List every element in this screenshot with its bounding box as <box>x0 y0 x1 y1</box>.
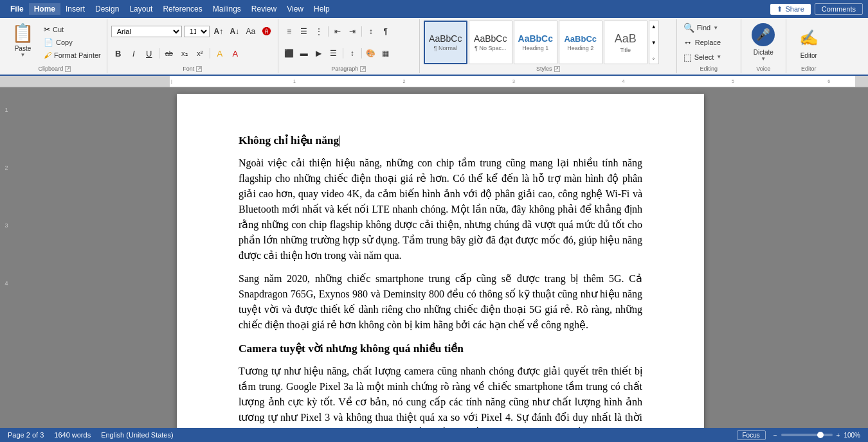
text-highlight-button[interactable]: A <box>213 46 227 60</box>
align-left-button[interactable]: ⬛ <box>282 46 296 60</box>
select-button[interactable]: ⬚ Select ▼ <box>681 51 737 64</box>
style-no-spacing-label: ¶ No Spac... <box>475 45 506 51</box>
document-para3[interactable]: Tương tự như hiệu năng, chất lượng camer… <box>239 364 642 428</box>
style-heading1-item[interactable]: AaBbCc Heading 1 <box>514 21 557 64</box>
font-group: Arial 11 A↑ A↓ Aa 🅐 B I U ab x₂ x² <box>107 19 278 73</box>
justify-button[interactable]: ☰ <box>327 46 341 60</box>
format-painter-button[interactable]: 🖌 Format Painter <box>42 49 103 61</box>
document-para2[interactable]: Sang năm 2020, những chiếc smartphone tr… <box>239 271 642 333</box>
zoom-thumb[interactable] <box>817 432 824 438</box>
style-title-item[interactable]: AaB Title <box>604 21 647 64</box>
comments-button[interactable]: Comments <box>815 3 863 15</box>
styles-gallery: AaBbCc ¶ Normal AaBbCc ¶ No Spac... AaBb… <box>424 21 673 64</box>
line-spacing-button[interactable]: ↕ <box>345 46 359 60</box>
style-normal-item[interactable]: AaBbCc ¶ Normal <box>424 21 467 64</box>
menu-review[interactable]: Review <box>246 3 282 15</box>
align-center-button[interactable]: ▬ <box>297 46 311 60</box>
voice-group: 🎤 Dictate ▼ Voice <box>741 19 786 73</box>
paragraph-group-label: Paragraph ↗ <box>282 66 415 72</box>
menu-file[interactable]: File <box>5 3 29 15</box>
show-para-button[interactable]: ¶ <box>379 24 393 39</box>
menu-home[interactable]: Home <box>29 3 60 15</box>
paste-button[interactable]: 📋 Paste ▼ <box>6 21 39 64</box>
copy-icon: 📄 <box>44 38 53 47</box>
editor-label: Editor <box>800 52 817 59</box>
decrease-indent-button[interactable]: ⇤ <box>330 24 345 39</box>
menu-help[interactable]: Help <box>309 3 335 15</box>
menu-view[interactable]: View <box>282 3 309 15</box>
editor-group-label: Editor <box>801 66 817 72</box>
style-heading2-item[interactable]: AaBbCc Heading 2 <box>559 21 602 64</box>
font-color-button[interactable]: A <box>228 46 242 60</box>
styles-expand-icon[interactable]: ↗ <box>554 66 560 72</box>
bold-button[interactable]: B <box>111 46 125 60</box>
borders-button[interactable]: ▦ <box>379 46 393 60</box>
menu-design[interactable]: Design <box>90 3 124 15</box>
bullets-button[interactable]: ≡ <box>282 24 296 39</box>
clipboard-expand-icon[interactable]: ↗ <box>65 66 71 72</box>
focus-button[interactable]: Focus <box>737 430 766 440</box>
separator4 <box>361 26 362 37</box>
copy-button[interactable]: 📄 Copy <box>42 37 103 48</box>
font-name-select[interactable]: Arial <box>111 26 182 37</box>
replace-label: Replace <box>695 39 721 46</box>
clear-format-button[interactable]: 🅐 <box>260 24 274 39</box>
strikethrough-button[interactable]: ab <box>162 46 176 60</box>
style-normal-preview: AaBbCc <box>429 33 462 44</box>
style-heading2-label: Heading 2 <box>567 45 593 51</box>
document-heading2: Camera tuyệt vời nhưng không quá nhiều t… <box>239 340 642 357</box>
style-no-spacing-preview: AaBbCc <box>474 33 507 44</box>
select-icon: ⬚ <box>683 52 692 62</box>
find-button[interactable]: 🔍 Find ▼ <box>681 21 737 34</box>
multilevel-button[interactable]: ⋮ <box>312 24 326 39</box>
ruler-main[interactable]: | 1 2 3 4 5 6 <box>170 76 855 87</box>
underline-button[interactable]: U <box>142 46 156 60</box>
subscript-button[interactable]: x₂ <box>177 46 192 60</box>
font-grow-button[interactable]: A↑ <box>212 24 226 39</box>
sort-button[interactable]: ↕ <box>364 24 378 39</box>
menu-references[interactable]: References <box>158 3 207 15</box>
editor-button[interactable]: ✍ Editor <box>797 21 820 64</box>
menu-mailings[interactable]: Mailings <box>208 3 246 15</box>
menu-layout[interactable]: Layout <box>124 3 158 15</box>
menu-insert[interactable]: Insert <box>60 3 90 15</box>
style-title-label: Title <box>620 47 631 53</box>
clipboard-small-buttons: ✂ Cut 📄 Copy 🖌 Format Painter <box>42 21 103 64</box>
dictate-button[interactable]: 🎤 Dictate ▼ <box>752 21 775 64</box>
find-icon: 🔍 <box>683 22 694 33</box>
zoom-slider[interactable] <box>781 434 833 436</box>
style-title-preview: AaB <box>615 32 637 46</box>
select-dropdown: ▼ <box>716 54 721 60</box>
para-row2: ⬛ ▬ ▶ ☰ ↕ 🎨 ▦ <box>282 46 415 60</box>
style-no-spacing-item[interactable]: AaBbCc ¶ No Spac... <box>469 21 512 64</box>
numbering-button[interactable]: ☰ <box>297 24 311 39</box>
italic-button[interactable]: I <box>127 46 141 60</box>
ruler-2: 2 <box>402 79 405 84</box>
share-icon: ⬆ <box>777 5 782 13</box>
margin-marker-4: 4 <box>5 280 8 287</box>
replace-button[interactable]: ↔ Replace <box>681 36 737 49</box>
ribbon: 📋 Paste ▼ ✂ Cut 📄 Copy 🖌 Format Painter <box>0 18 868 76</box>
find-label: Find <box>697 24 710 31</box>
font-shrink-button[interactable]: A↓ <box>228 24 242 39</box>
font-size-select[interactable]: 11 <box>184 26 210 37</box>
paragraph-group: ≡ ☰ ⋮ ⇤ ⇥ ↕ ¶ ⬛ ▬ ▶ ☰ ↕ 🎨 ▦ <box>278 19 420 73</box>
superscript-button[interactable]: x² <box>193 46 207 60</box>
zoom-out-icon[interactable]: − <box>773 432 777 439</box>
para-expand-icon[interactable]: ↗ <box>360 66 366 72</box>
font-expand-icon[interactable]: ↗ <box>196 66 202 72</box>
replace-icon: ↔ <box>683 37 692 48</box>
styles-more-button[interactable]: ▲ ▼ ⬦ <box>649 21 659 64</box>
cut-button[interactable]: ✂ Cut <box>42 24 103 35</box>
document-page[interactable]: Không chỉ hiệu năng Ngoài việc cải thiện… <box>177 94 704 428</box>
document-para1[interactable]: Ngoài việc cải thiện hiệu năng, những co… <box>239 155 642 263</box>
increase-indent-button[interactable]: ⇥ <box>345 24 359 39</box>
zoom-in-icon[interactable]: + <box>836 432 840 439</box>
cut-icon: ✂ <box>44 25 50 34</box>
shading-button[interactable]: 🎨 <box>364 46 378 60</box>
styles-group-label: Styles ↗ <box>424 66 673 72</box>
ruler-4: 4 <box>622 79 625 84</box>
font-case-button[interactable]: Aa <box>244 24 258 39</box>
align-right-button[interactable]: ▶ <box>312 46 326 60</box>
share-button[interactable]: ⬆ Share <box>770 4 810 15</box>
